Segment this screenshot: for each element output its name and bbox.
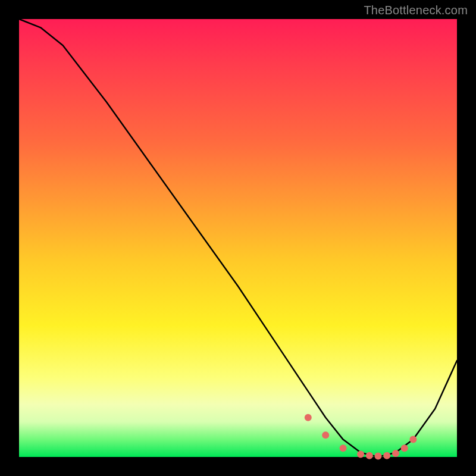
optimal-dot xyxy=(375,453,382,460)
optimal-dot xyxy=(322,431,329,439)
plot-area xyxy=(19,19,457,457)
optimal-dot xyxy=(401,444,408,452)
optimal-dot xyxy=(409,436,416,443)
optimal-dot xyxy=(305,414,312,421)
optimal-dot xyxy=(366,452,373,459)
watermark-text: TheBottleneck.com xyxy=(364,4,468,17)
optimal-dot xyxy=(383,452,390,459)
chart-frame: TheBottleneck.com xyxy=(0,0,476,476)
optimal-dot xyxy=(392,450,399,457)
optimal-range-dots xyxy=(305,414,417,460)
optimal-dot xyxy=(340,444,347,452)
optimal-dot xyxy=(357,451,364,458)
chart-svg xyxy=(19,19,457,457)
bottleneck-curve-line xyxy=(19,19,457,457)
